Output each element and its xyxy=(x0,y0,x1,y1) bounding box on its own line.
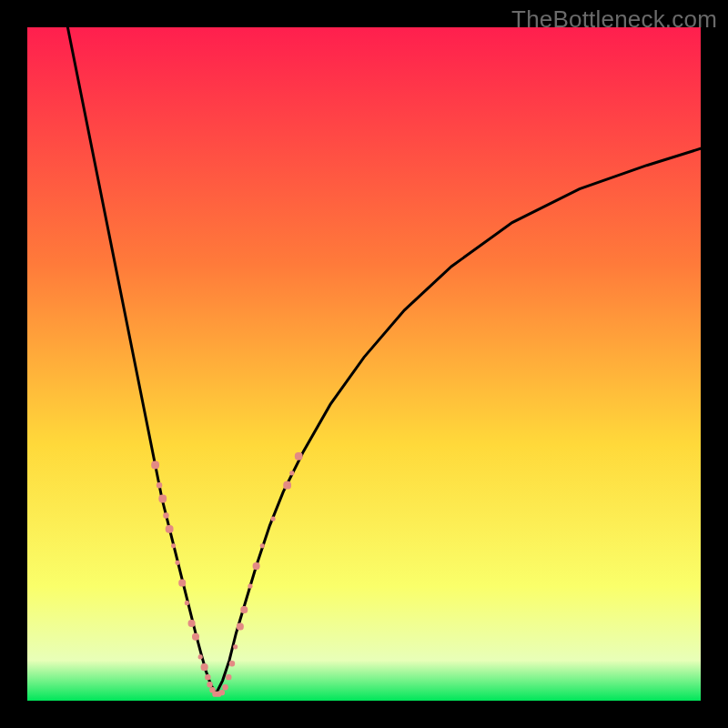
data-marker xyxy=(178,580,186,587)
data-marker xyxy=(237,623,244,631)
data-marker xyxy=(253,562,260,570)
chart-frame: TheBottleneck.com xyxy=(0,0,728,728)
data-marker xyxy=(171,543,176,548)
data-marker xyxy=(240,606,248,613)
plot-area xyxy=(27,27,701,701)
data-marker xyxy=(289,470,294,475)
bottleneck-chart-svg xyxy=(27,27,701,701)
data-marker xyxy=(233,644,238,649)
data-marker xyxy=(226,674,231,680)
data-marker xyxy=(271,517,276,521)
data-marker xyxy=(157,482,162,488)
data-marker xyxy=(201,663,208,671)
gradient-background xyxy=(27,27,701,701)
data-marker xyxy=(192,633,199,641)
data-marker xyxy=(166,525,174,533)
data-marker xyxy=(229,661,235,666)
data-marker xyxy=(222,684,228,690)
data-marker xyxy=(260,543,265,548)
data-marker xyxy=(295,452,303,460)
data-marker xyxy=(175,561,179,565)
data-marker xyxy=(219,690,225,695)
data-marker xyxy=(198,654,203,659)
data-marker xyxy=(248,584,252,589)
data-marker xyxy=(188,620,196,627)
data-marker xyxy=(283,481,291,490)
data-marker xyxy=(151,461,159,470)
data-marker xyxy=(185,601,189,605)
data-marker xyxy=(163,512,168,518)
data-marker xyxy=(205,674,210,680)
data-marker xyxy=(207,682,212,687)
data-marker xyxy=(158,495,167,503)
